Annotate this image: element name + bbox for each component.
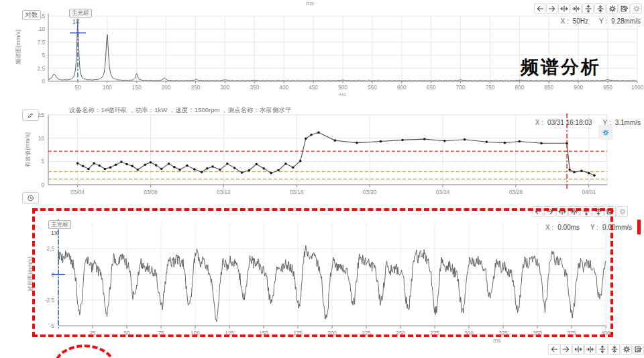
expand-h-icon [560, 5, 568, 13]
spectrum-y-axis-label: 频谱图(mm/s) [15, 30, 23, 64]
compress-v-icon [594, 208, 602, 216]
log-scale-button[interactable]: 对数 [22, 10, 41, 20]
trend-point [519, 140, 521, 143]
compress-v-button[interactable] [594, 3, 606, 14]
trend-point [178, 169, 181, 171]
gear-icon [623, 345, 631, 353]
gear-icon [608, 5, 616, 13]
trend-point [262, 167, 265, 170]
svg-text:400: 400 [601, 330, 610, 337]
arrow-right-button[interactable] [546, 3, 557, 14]
expand-v-icon [598, 345, 606, 353]
zoom-select-button[interactable] [619, 3, 630, 14]
trend-point [270, 172, 272, 175]
svg-text:850: 850 [544, 85, 553, 91]
trend-point [186, 165, 189, 167]
zoom-select-icon [621, 5, 629, 13]
trend-point [87, 168, 90, 171]
trend-point [299, 160, 302, 163]
trend-point [193, 168, 196, 171]
expand-h-button[interactable] [572, 344, 584, 355]
expand-h-icon [558, 208, 566, 216]
arrow-left-icon [536, 5, 544, 13]
readout-x-label: X : [545, 224, 553, 231]
trend-point [464, 138, 466, 141]
svg-text:375: 375 [567, 330, 576, 337]
readout-x-value: 50Hz [573, 17, 588, 25]
arrow-left-button[interactable] [534, 3, 545, 14]
svg-text:7.5: 7.5 [38, 40, 46, 46]
compress-h-button[interactable] [570, 3, 582, 14]
zoom-select-icon [635, 345, 643, 353]
trend-point [334, 139, 337, 142]
svg-text:175: 175 [293, 330, 303, 337]
svg-text:450: 450 [309, 85, 318, 91]
svg-text:0: 0 [42, 79, 45, 85]
expand-h-button[interactable] [558, 3, 570, 14]
svg-text:03/16: 03/16 [290, 189, 304, 195]
trend-grid [48, 115, 607, 185]
waveform-cursor-tag[interactable]: 主光标 [48, 220, 71, 229]
arrow-left-button[interactable] [532, 206, 543, 217]
gear-button[interactable] [606, 3, 618, 14]
svg-text:Hz: Hz [339, 91, 346, 97]
waveform-toolbar [532, 206, 628, 217]
gear-button[interactable] [621, 344, 632, 355]
waveform-y-ticks: 2.50-2.5-5 [45, 246, 55, 329]
readout-y-value: 0.00mm/s [602, 224, 632, 231]
gear-light-button[interactable] [631, 3, 642, 14]
trend-point [401, 139, 404, 142]
trend-point [580, 169, 583, 172]
trend-point [256, 163, 258, 166]
expand-h-button[interactable] [556, 206, 568, 217]
readout-y-value: 9.28mm/s [611, 17, 641, 25]
expand-v-button[interactable] [582, 3, 594, 14]
arrow-right-button[interactable] [560, 344, 572, 355]
svg-text:800: 800 [515, 85, 525, 91]
arrow-left-icon [550, 345, 558, 353]
svg-text:03/28: 03/28 [509, 189, 523, 195]
trend-point [277, 169, 280, 172]
gear-light-button[interactable] [616, 206, 628, 217]
trend-point [248, 169, 251, 172]
trend-point [93, 162, 95, 165]
trend-y-axis-label: 有效值(mm/s) [24, 132, 32, 167]
compress-v-button[interactable] [592, 206, 604, 217]
svg-text:200: 200 [327, 330, 337, 337]
svg-text:600: 600 [397, 85, 407, 91]
waveform-x-ticks: 2550751001251501752002252502753003253503… [89, 326, 610, 337]
svg-text:2.5: 2.5 [47, 246, 55, 252]
spectrum-cursor-tag[interactable]: 主光标 [69, 9, 92, 17]
svg-text:900: 900 [574, 85, 583, 91]
waveform-y-axis-label: 波形图(mm/s) [27, 257, 35, 292]
svg-text:5: 5 [42, 52, 45, 58]
trend-point [98, 165, 101, 167]
zoom-select-icon [606, 208, 614, 216]
readout-y-label: Y : [603, 119, 611, 126]
compress-h-button[interactable] [568, 206, 580, 217]
trend-point [588, 172, 590, 175]
trend-point [219, 169, 221, 171]
zoom-select-button[interactable] [604, 206, 616, 217]
svg-text:25: 25 [89, 330, 96, 337]
compress-h-button[interactable] [584, 344, 596, 355]
svg-text:250: 250 [396, 330, 405, 337]
compress-v-icon [610, 345, 619, 353]
compress-v-button[interactable] [608, 344, 620, 355]
history-time-button[interactable] [22, 192, 39, 204]
trend-point [168, 163, 170, 165]
edit-button[interactable] [22, 109, 39, 121]
compress-h-icon [570, 208, 578, 216]
expand-v-button[interactable] [580, 206, 592, 217]
trend-point [144, 163, 146, 166]
trend-settings-button[interactable] [598, 125, 613, 140]
compress-h-icon [572, 5, 580, 13]
svg-text:-2.5: -2.5 [45, 298, 55, 304]
trend-point [109, 167, 112, 169]
zoom-select-button[interactable] [633, 344, 644, 355]
arrow-right-button[interactable] [544, 206, 555, 217]
arrow-left-button[interactable] [548, 344, 559, 355]
expand-v-button[interactable] [596, 344, 608, 355]
readout-x-value: 0.00ms [557, 224, 580, 231]
svg-text:400: 400 [279, 85, 288, 91]
